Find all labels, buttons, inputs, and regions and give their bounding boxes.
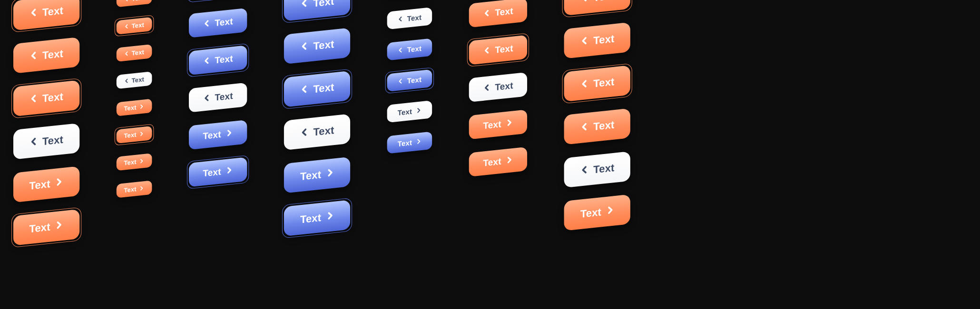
orange-next-button[interactable]: Text — [469, 109, 528, 139]
chevron-left-icon — [483, 83, 490, 94]
button-label: Text — [495, 80, 513, 93]
orange-next-button[interactable]: Text — [13, 166, 79, 203]
chevron-left-icon — [203, 19, 210, 30]
blue-next-button[interactable]: Text — [189, 120, 247, 150]
chevron-left-icon — [580, 164, 588, 177]
chevron-left-icon — [580, 78, 588, 91]
button-column: TextTextTextTextTextTextText — [189, 0, 247, 270]
blue-back-button[interactable]: Text — [284, 71, 350, 107]
orange-next-button[interactable]: Text — [116, 99, 152, 116]
chevron-left-icon — [124, 77, 128, 85]
orange-back-button[interactable]: Text — [116, 44, 152, 62]
blue-back-button[interactable]: Text — [284, 28, 350, 64]
white-back-button[interactable]: Text — [469, 72, 528, 102]
button-label: Text — [42, 4, 63, 19]
white-back-button[interactable]: Text — [13, 123, 79, 160]
button-label: Text — [495, 6, 513, 18]
blue-next-button[interactable]: Text — [284, 200, 350, 236]
chevron-left-icon — [580, 0, 588, 5]
button-label: Text — [398, 107, 412, 117]
orange-back-button[interactable]: Text — [13, 0, 79, 30]
blue-next-button[interactable]: Text — [387, 131, 432, 154]
white-back-button[interactable]: Text — [116, 71, 152, 89]
button-label: Text — [593, 0, 614, 4]
orange-back-button[interactable]: Text — [469, 35, 528, 65]
button-column: TextTextTextTextTextTextTextText — [564, 0, 630, 231]
button-column: TextTextTextTextTextTextText — [469, 0, 528, 241]
white-back-button[interactable]: Text — [189, 83, 247, 113]
button-column: TextTextTextTextTextTextTextTextText — [116, 0, 152, 278]
white-back-button[interactable]: Text — [284, 114, 350, 150]
blue-back-button[interactable]: Text — [189, 8, 247, 38]
button-label: Text — [398, 138, 412, 148]
button-label: Text — [132, 0, 144, 2]
blue-back-button[interactable]: Text — [387, 69, 432, 92]
blue-next-button[interactable]: Text — [189, 157, 247, 187]
white-back-button[interactable]: Text — [387, 7, 432, 29]
chevron-right-icon — [416, 106, 421, 115]
orange-back-button[interactable]: Text — [116, 17, 152, 35]
button-label: Text — [215, 91, 233, 103]
button-label: Text — [495, 43, 513, 56]
blue-back-button[interactable]: Text — [387, 38, 432, 60]
chevron-right-icon — [326, 167, 334, 180]
button-label: Text — [42, 134, 63, 148]
chevron-left-icon — [29, 50, 37, 63]
chevron-left-icon — [483, 46, 490, 57]
button-label: Text — [215, 16, 233, 29]
chevron-left-icon — [398, 15, 403, 23]
chevron-left-icon — [124, 50, 128, 58]
chevron-right-icon — [139, 130, 144, 138]
button-label: Text — [132, 48, 144, 57]
white-next-button[interactable]: Text — [387, 100, 432, 123]
button-label: Text — [407, 13, 421, 22]
button-label: Text — [580, 206, 601, 221]
orange-next-button[interactable]: Text — [469, 147, 528, 177]
button-label: Text — [29, 178, 50, 193]
orange-back-button[interactable]: Text — [564, 108, 630, 145]
chevron-right-icon — [226, 165, 233, 177]
button-column: TextTextTextTextTextTextText — [284, 0, 350, 260]
orange-next-button[interactable]: Text — [116, 126, 152, 144]
orange-back-button[interactable]: Text — [469, 0, 528, 28]
orange-back-button[interactable]: Text — [564, 22, 630, 59]
blue-next-button[interactable]: Text — [284, 157, 350, 193]
orange-back-button[interactable]: Text — [116, 0, 152, 7]
button-label: Text — [124, 104, 136, 112]
button-label: Text — [407, 75, 421, 85]
chevron-left-icon — [398, 46, 403, 55]
orange-next-button[interactable]: Text — [116, 153, 152, 171]
chevron-left-icon — [124, 23, 128, 30]
chevron-left-icon — [483, 8, 490, 19]
button-column: TextTextTextTextTextTextTextText — [387, 0, 432, 250]
button-label: Text — [124, 131, 136, 139]
orange-next-button[interactable]: Text — [13, 209, 79, 246]
chevron-left-icon — [29, 7, 37, 20]
button-label: Text — [215, 53, 233, 66]
button-label: Text — [203, 166, 221, 179]
orange-back-button[interactable]: Text — [564, 65, 630, 102]
chevron-right-icon — [606, 204, 614, 218]
button-label: Text — [313, 0, 334, 10]
orange-back-button[interactable]: Text — [564, 0, 630, 16]
chevron-right-icon — [139, 103, 144, 110]
orange-next-button[interactable]: Text — [564, 194, 630, 231]
button-label: Text — [483, 119, 501, 131]
blue-back-button[interactable]: Text — [284, 0, 350, 21]
chevron-right-icon — [506, 117, 513, 129]
orange-next-button[interactable]: Text — [116, 181, 152, 198]
button-label: Text — [132, 21, 144, 29]
chevron-left-icon — [580, 121, 588, 135]
chevron-left-icon — [300, 84, 308, 97]
blue-back-button[interactable]: Text — [189, 45, 247, 75]
button-label: Text — [313, 124, 334, 139]
button-label: Text — [132, 76, 144, 84]
button-label: Text — [483, 156, 501, 169]
chevron-left-icon — [203, 56, 210, 67]
blue-back-button[interactable]: Text — [189, 0, 247, 0]
button-label: Text — [300, 168, 321, 183]
button-label: Text — [593, 32, 614, 47]
orange-back-button[interactable]: Text — [13, 80, 79, 116]
orange-back-button[interactable]: Text — [13, 37, 79, 74]
white-back-button[interactable]: Text — [564, 151, 630, 188]
